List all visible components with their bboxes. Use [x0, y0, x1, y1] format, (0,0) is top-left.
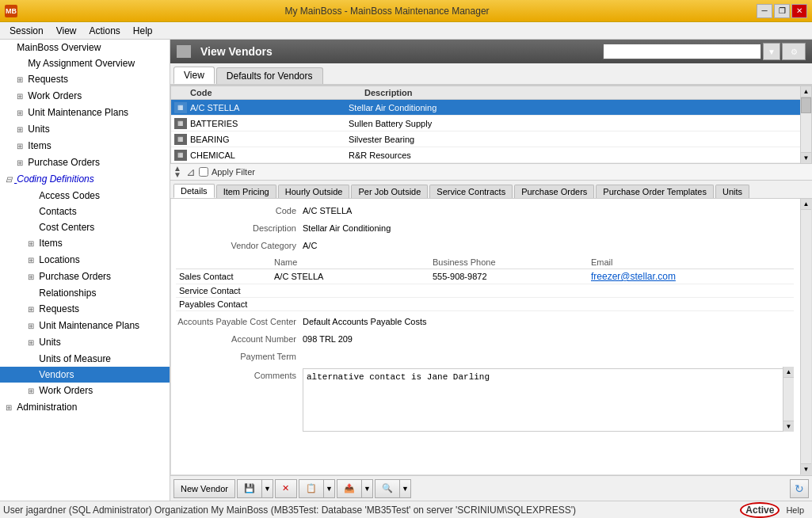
comments-scroll-down[interactable]: ▼ — [783, 421, 794, 432]
tab-service-contracts[interactable]: Service Contracts — [429, 185, 513, 198]
sidebar-item-work-orders-coding[interactable]: ⊞ Work Orders — [0, 383, 170, 399]
sidebar-item-units-of-measure[interactable]: Units of Measure — [0, 351, 170, 367]
sidebar-item-requests[interactable]: ⊞ Requests — [0, 71, 170, 88]
scroll-thumb[interactable] — [801, 97, 811, 113]
sidebar-item-work-orders[interactable]: ⊞ Work Orders — [0, 88, 170, 105]
table-row[interactable]: ▦ BEARING Silvester Bearing — [171, 131, 811, 147]
menu-session[interactable]: Session — [3, 24, 50, 38]
menu-actions[interactable]: Actions — [83, 24, 127, 38]
email-link[interactable]: freezer@stellar.com — [591, 271, 676, 282]
search-go-button[interactable]: ⚙ — [782, 43, 806, 60]
sidebar-item-requests-coding[interactable]: ⊞ Requests — [0, 301, 170, 318]
tab-item-pricing[interactable]: Item Pricing — [216, 185, 276, 198]
tab-hourly-outside[interactable]: Hourly Outside — [278, 185, 350, 198]
refresh-button[interactable]: ↻ — [790, 479, 809, 498]
find-button[interactable]: 🔍 — [375, 479, 400, 498]
menu-view[interactable]: View — [50, 24, 83, 38]
sidebar-item-unit-maintenance-plans-coding[interactable]: ⊞ Unit Maintenance Plans — [0, 318, 170, 334]
row-description: Stellar Air Conditioning — [349, 103, 808, 112]
tab-details[interactable]: Details — [173, 184, 215, 198]
sidebar-item-items-coding[interactable]: ⊞ Items — [0, 235, 170, 252]
sidebar-item-purchase-orders-coding[interactable]: ⊞ Purchase Orders — [0, 269, 170, 285]
find-button-group: 🔍 ▼ — [375, 479, 411, 498]
menu-help[interactable]: Help — [127, 24, 159, 38]
tab-per-job-outside[interactable]: Per Job Outside — [351, 185, 428, 198]
sidebar-item-units[interactable]: ⊞ Units — [0, 121, 170, 138]
detail-scroll-track — [801, 210, 811, 463]
sidebar-item-locations[interactable]: ⊞ Locations — [0, 252, 170, 269]
close-button[interactable]: ✕ — [791, 4, 807, 18]
save-dropdown-button[interactable]: ▼ — [262, 479, 273, 498]
row-icon: ▦ — [174, 134, 187, 145]
sidebar-item-cost-centers[interactable]: Cost Centers — [0, 219, 170, 235]
sidebar-label: Requests — [39, 302, 79, 316]
detail-row-accounts-payable: Accounts Payable Cost Center Default Acc… — [176, 314, 794, 329]
scroll-down-button[interactable]: ▼ — [801, 152, 811, 163]
sidebar-label: Items — [28, 139, 51, 153]
sidebar-item-units-coding[interactable]: ⊞ Units — [0, 334, 170, 351]
expand-icon: ⊟ — [3, 173, 14, 187]
search-button[interactable]: ▼ — [763, 43, 780, 60]
table-row[interactable]: ▦ BATTERIES Sullen Battery Supply — [171, 116, 811, 131]
tab-purchase-order-templates[interactable]: Purchase Order Templates — [596, 185, 714, 198]
sidebar-item-relationships[interactable]: Relationships — [0, 285, 170, 301]
apply-filter-checkbox[interactable] — [199, 167, 208, 177]
sidebar-label: Units of Measure — [39, 352, 111, 366]
sidebar-item-administration[interactable]: ⊞ Administration — [0, 399, 170, 416]
search-input[interactable] — [603, 44, 761, 59]
find-dropdown-button[interactable]: ▼ — [400, 479, 411, 498]
restore-button[interactable]: ❐ — [774, 4, 790, 18]
sidebar-item-items[interactable]: ⊞ Items — [0, 138, 170, 154]
copy-dropdown-button[interactable]: ▼ — [324, 479, 335, 498]
expand-icon: ⊞ — [25, 319, 36, 333]
sidebar-item-my-assignment-overview[interactable]: My Assignment Overview — [0, 55, 170, 71]
account-number-value: 098 TRL 209 — [303, 332, 794, 346]
detail-panel-scrollbar: ▲ ▼ — [800, 199, 811, 474]
sidebar-item-coding-definitions[interactable]: ⊟ Coding Definitions — [0, 171, 170, 188]
tab-purchase-orders[interactable]: Purchase Orders — [514, 185, 594, 198]
row-code: A/C STELLA — [190, 103, 349, 112]
sidebar-item-purchase-orders[interactable]: ⊞ Purchase Orders — [0, 154, 170, 171]
row-icon: ▦ — [174, 150, 187, 161]
content-area: View Vendors ▼ ⚙ View Defaults for Vendo… — [170, 40, 812, 501]
copy-button[interactable]: 📋 — [299, 479, 324, 498]
tab-units[interactable]: Units — [715, 185, 749, 198]
export-dropdown-button[interactable]: ▼ — [362, 479, 373, 498]
save-button[interactable]: 💾 — [237, 479, 262, 498]
comments-scrollbar: ▲ ▼ — [783, 367, 794, 432]
expand-icon: ⊞ — [3, 401, 14, 415]
payables-contact-phone — [429, 298, 588, 311]
sidebar-item-mainboss-overview[interactable]: MainBoss Overview — [0, 40, 170, 55]
expand-icon: ⊞ — [25, 336, 36, 350]
scroll-up-button[interactable]: ▲ — [801, 86, 811, 97]
expand-icon: ⊞ — [14, 73, 25, 87]
sidebar-item-access-codes[interactable]: Access Codes — [0, 188, 170, 204]
sidebar-label: Relationships — [39, 286, 96, 300]
minimize-button[interactable]: ─ — [757, 4, 772, 18]
delete-button[interactable]: ✕ — [275, 479, 297, 498]
expand-icon: ⊞ — [25, 303, 36, 317]
tab-view[interactable]: View — [173, 67, 215, 84]
move-up-button[interactable]: ▲ ▼ — [173, 166, 181, 178]
filter-icon[interactable]: ⊿ — [186, 166, 196, 178]
sidebar-item-contacts[interactable]: Contacts — [0, 204, 170, 219]
sidebar-item-vendors[interactable]: Vendors — [0, 367, 170, 383]
export-button-group: 📤 ▼ — [337, 479, 373, 498]
sidebar-label: Units — [28, 122, 49, 136]
expand-icon: ⊞ — [14, 90, 25, 104]
new-vendor-button[interactable]: New Vendor — [173, 479, 235, 498]
row-code: CHEMICAL — [190, 150, 349, 160]
table-row[interactable]: ▦ A/C STELLA Stellar Air Conditioning — [171, 100, 811, 116]
row-code: BEARING — [190, 135, 349, 144]
tab-defaults[interactable]: Defaults for Vendors — [216, 67, 323, 84]
sidebar-item-unit-maintenance-plans[interactable]: ⊞ Unit Maintenance Plans — [0, 105, 170, 121]
export-button[interactable]: 📤 — [337, 479, 362, 498]
sidebar-label: Unit Maintenance Plans — [28, 105, 128, 120]
filter-bar: ▲ ▼ ⊿ Apply Filter — [170, 164, 812, 181]
detail-scroll-up[interactable]: ▲ — [801, 199, 811, 210]
table-row[interactable]: ▦ CHEMICAL R&R Resources — [171, 147, 811, 163]
row-description: R&R Resources — [349, 150, 808, 160]
detail-scroll-down[interactable]: ▼ — [801, 463, 811, 474]
expand-icon: ⊞ — [25, 253, 36, 268]
comments-scroll-up[interactable]: ▲ — [783, 367, 794, 378]
